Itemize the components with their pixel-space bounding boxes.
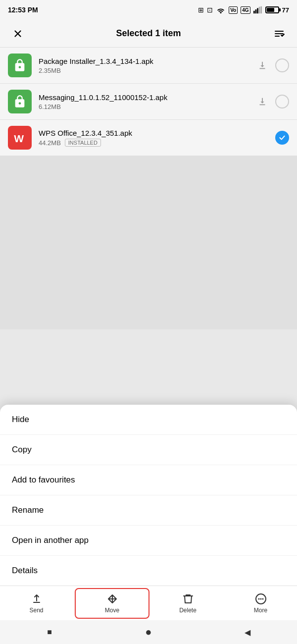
home-square-button[interactable]: ■ <box>40 622 59 642</box>
svg-point-8 <box>258 598 259 599</box>
file-meta-2: 6.12MB <box>39 103 248 110</box>
file-size-1: 2.35MB <box>39 67 61 74</box>
file-list: Package Installer_1.3.4_134-1.apk 2.35MB… <box>0 48 297 156</box>
volte-icon: Vo <box>229 6 238 14</box>
table-row[interactable]: Messaging_11.0.1.52_11000152-1.apk 6.12M… <box>0 84 297 120</box>
file-meta-1: 2.35MB <box>39 67 248 74</box>
more-icon <box>255 593 267 605</box>
close-button[interactable] <box>8 24 28 44</box>
delete-icon <box>182 593 194 605</box>
empty-area <box>0 156 297 329</box>
svg-rect-2 <box>257 8 258 13</box>
file-actions-1 <box>254 57 289 73</box>
installed-badge: INSTALLED <box>65 139 101 147</box>
battery-percent: 77 <box>282 6 289 14</box>
sheet-item-details[interactable]: Details <box>0 556 297 586</box>
download-button-2[interactable] <box>254 94 270 109</box>
screenshot-icon: ⊡ <box>207 6 213 14</box>
back-icon: ◀ <box>245 628 250 637</box>
circle-icon: ● <box>145 626 151 639</box>
square-icon: ■ <box>47 628 52 637</box>
download-button-1[interactable] <box>254 57 270 73</box>
sheet-item-add-to-favourites[interactable]: Add to favourites <box>0 465 297 495</box>
file-meta-3: 44.2MB INSTALLED <box>39 139 268 147</box>
file-size-3: 44.2MB <box>39 139 61 147</box>
send-icon <box>31 593 43 605</box>
top-bar: Selected 1 item <box>0 20 297 48</box>
file-name-1: Package Installer_1.3.4_134-1.apk <box>39 57 248 65</box>
file-name-2: Messaging_11.0.1.52_11000152-1.apk <box>39 93 248 102</box>
svg-rect-1 <box>255 9 256 13</box>
nav-send[interactable]: Send <box>0 589 73 618</box>
nav-delete[interactable]: Delete <box>151 589 224 618</box>
battery-icon <box>265 6 279 13</box>
svg-point-9 <box>260 598 261 599</box>
signal-icon <box>253 6 262 14</box>
file-actions-3 <box>275 131 289 145</box>
file-info-3: WPS Office_12.3.4_351.apk 44.2MB INSTALL… <box>39 129 268 147</box>
file-icon-3: W <box>8 126 32 150</box>
nav-more[interactable]: More <box>224 589 297 618</box>
svg-rect-3 <box>258 7 260 14</box>
bottom-sheet: Hide Copy Add to favourites Rename Open … <box>0 405 297 586</box>
status-bar: 12:53 PM ⊞ ⊡ Vo 4G 77 <box>0 0 297 20</box>
move-label: Move <box>105 607 119 614</box>
bottom-nav: Send Move Delete More <box>0 586 297 620</box>
file-info-2: Messaging_11.0.1.52_11000152-1.apk 6.12M… <box>39 93 248 110</box>
page-title: Selected 1 item <box>116 28 181 39</box>
svg-text:W: W <box>14 133 24 144</box>
sheet-item-open-in-another-app[interactable]: Open in another app <box>0 526 297 556</box>
select-checkbox-3[interactable] <box>275 131 289 145</box>
select-all-button[interactable] <box>269 24 289 44</box>
nav-move[interactable]: Move <box>75 588 149 619</box>
notification-icon: ⊞ <box>198 6 204 14</box>
file-size-2: 6.12MB <box>39 103 61 110</box>
status-icons: ⊞ ⊡ Vo 4G 77 <box>198 6 289 14</box>
svg-rect-0 <box>253 11 255 13</box>
sheet-item-rename[interactable]: Rename <box>0 495 297 526</box>
sheet-item-hide[interactable]: Hide <box>0 405 297 435</box>
svg-rect-4 <box>260 6 262 13</box>
file-icon-2 <box>8 90 32 113</box>
file-info-1: Package Installer_1.3.4_134-1.apk 2.35MB <box>39 57 248 74</box>
svg-rect-6 <box>33 602 40 603</box>
back-button[interactable]: ◀ <box>238 622 257 642</box>
delete-label: Delete <box>179 607 197 614</box>
sheet-item-copy[interactable]: Copy <box>0 435 297 465</box>
system-nav: ■ ● ◀ <box>0 620 297 644</box>
4g-icon: 4G <box>241 6 250 14</box>
file-actions-2 <box>254 94 289 109</box>
select-checkbox-1[interactable] <box>275 58 289 72</box>
wifi-icon <box>216 6 226 14</box>
home-circle-button[interactable]: ● <box>139 622 158 642</box>
file-icon-1 <box>8 54 32 77</box>
table-row[interactable]: Package Installer_1.3.4_134-1.apk 2.35MB <box>0 48 297 84</box>
more-label: More <box>254 607 267 614</box>
send-label: Send <box>29 607 43 614</box>
file-name-3: WPS Office_12.3.4_351.apk <box>39 129 268 137</box>
select-checkbox-2[interactable] <box>275 95 289 108</box>
svg-point-10 <box>262 598 263 599</box>
move-icon <box>106 593 118 605</box>
table-row[interactable]: W WPS Office_12.3.4_351.apk 44.2MB INSTA… <box>0 120 297 156</box>
status-time: 12:53 PM <box>8 6 38 14</box>
